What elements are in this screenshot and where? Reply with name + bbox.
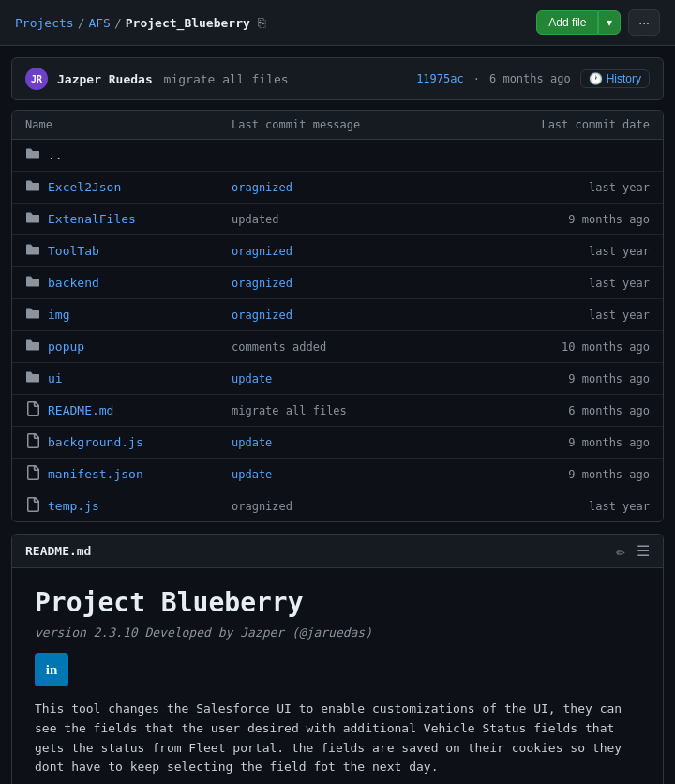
commit-hash[interactable]: 11975ac bbox=[416, 72, 464, 85]
file-name-text: ui bbox=[48, 371, 63, 385]
file-name-cell[interactable]: ui bbox=[25, 369, 232, 387]
readme-section: README.md ✏️ ☰ Project Blueberry version… bbox=[11, 534, 664, 784]
folder-icon bbox=[25, 146, 40, 164]
table-row: background.jsupdate9 months ago bbox=[12, 427, 663, 459]
table-row: imgoragnizedlast year bbox=[12, 299, 663, 331]
folder-icon bbox=[25, 338, 40, 355]
readme-version: version 2.3.10 Developed by Jazper (@jar… bbox=[35, 626, 640, 640]
top-bar: Projects / AFS / Project_Blueberry ⎘ Add… bbox=[0, 0, 675, 46]
table-row: README.mdmigrate all files6 months ago bbox=[12, 395, 663, 427]
folder-icon bbox=[25, 369, 40, 387]
file-name-cell[interactable]: backend bbox=[25, 274, 232, 292]
top-actions: Add file ▾ ··· bbox=[536, 9, 660, 36]
file-name-text: backend bbox=[48, 276, 99, 290]
folder-icon bbox=[25, 210, 40, 228]
commit-message-cell: oragnized bbox=[232, 245, 500, 258]
commit-right: 11975ac · 6 months ago 🕐 History bbox=[416, 69, 650, 88]
file-name-text: ToolTab bbox=[48, 244, 99, 258]
commit-info: Jazper Ruedas migrate all files bbox=[57, 72, 289, 86]
commit-date-cell: 10 months ago bbox=[500, 340, 650, 354]
commit-date-cell: last year bbox=[500, 277, 650, 290]
commit-date-cell: 9 months ago bbox=[500, 372, 650, 385]
file-name-cell[interactable]: manifest.json bbox=[25, 465, 232, 483]
commit-date-cell: last year bbox=[500, 245, 650, 258]
readme-description: This tool changes the Salesforce UI to e… bbox=[35, 700, 640, 777]
file-name-text: temp.js bbox=[48, 499, 99, 513]
commit-date-cell: last year bbox=[500, 181, 650, 194]
file-name-cell[interactable]: README.md bbox=[25, 401, 232, 419]
commit-message-link[interactable]: update bbox=[232, 468, 272, 481]
file-name-text: README.md bbox=[48, 403, 113, 417]
file-name-text: manifest.json bbox=[48, 467, 143, 481]
commit-message-link[interactable]: oragnized bbox=[232, 277, 292, 290]
commit-separator: · bbox=[473, 72, 480, 85]
breadcrumb: Projects / AFS / Project_Blueberry ⎘ bbox=[15, 15, 265, 30]
commit-date-cell: last year bbox=[500, 309, 650, 322]
table-row: backendoragnizedlast year bbox=[12, 267, 663, 299]
commit-message-cell: migrate all files bbox=[232, 404, 500, 417]
folder-icon bbox=[25, 242, 40, 260]
file-name-cell[interactable]: ExtenalFiles bbox=[25, 210, 232, 228]
commit-message: migrate all files bbox=[164, 72, 289, 86]
clock-icon: 🕐 bbox=[589, 72, 603, 85]
commit-message-cell: comments added bbox=[232, 340, 500, 354]
list-icon[interactable]: ☰ bbox=[637, 542, 650, 560]
file-name-text: background.js bbox=[48, 435, 143, 449]
commit-date: 6 months ago bbox=[489, 72, 571, 85]
file-name-cell[interactable]: img bbox=[25, 306, 232, 324]
file-name-cell[interactable]: background.js bbox=[25, 433, 232, 451]
file-table: Name Last commit message Last commit dat… bbox=[11, 110, 664, 522]
add-file-caret-button[interactable]: ▾ bbox=[598, 10, 621, 35]
commit-message-cell: oragnized bbox=[232, 277, 500, 290]
file-name-text: ExtenalFiles bbox=[48, 212, 136, 226]
commit-message-link[interactable]: oragnized bbox=[232, 309, 292, 322]
commit-date-cell: 6 months ago bbox=[500, 404, 650, 417]
commit-message-cell: update bbox=[232, 468, 500, 481]
commit-message-cell: update bbox=[232, 372, 500, 385]
readme-header: README.md ✏️ ☰ bbox=[12, 535, 663, 568]
file-table-header: Name Last commit message Last commit dat… bbox=[12, 111, 663, 140]
more-options-button[interactable]: ··· bbox=[628, 9, 660, 36]
file-name-text: img bbox=[48, 308, 69, 322]
file-name-text: popup bbox=[48, 339, 84, 354]
add-file-group: Add file ▾ bbox=[536, 10, 621, 35]
linkedin-badge[interactable]: in bbox=[35, 653, 68, 686]
folder-icon bbox=[25, 178, 40, 196]
history-button[interactable]: 🕐 History bbox=[580, 69, 650, 88]
table-row: popupcomments added10 months ago bbox=[12, 331, 663, 363]
commit-message-link[interactable]: oragnized bbox=[232, 181, 292, 194]
commit-message-link[interactable]: oragnized bbox=[232, 245, 292, 258]
file-name-cell[interactable]: temp.js bbox=[25, 497, 232, 515]
readme-project-title: Project Blueberry bbox=[35, 587, 640, 618]
table-row: ToolTaboragnizedlast year bbox=[12, 235, 663, 267]
commit-message-cell: oragnized bbox=[232, 500, 500, 513]
table-row: manifest.jsonupdate9 months ago bbox=[12, 459, 663, 490]
file-name-cell[interactable]: ToolTab bbox=[25, 242, 232, 260]
col-commit-message: Last commit message bbox=[232, 118, 500, 131]
edit-icon[interactable]: ✏️ bbox=[616, 542, 625, 560]
commit-message-link[interactable]: update bbox=[232, 436, 272, 449]
avatar: JR bbox=[25, 68, 48, 90]
file-name-cell[interactable]: popup bbox=[25, 338, 232, 355]
file-name-cell[interactable]: Excel2Json bbox=[25, 178, 232, 196]
commit-author[interactable]: Jazper Ruedas bbox=[57, 72, 153, 86]
commit-message-cell: update bbox=[232, 436, 500, 449]
breadcrumb-projects[interactable]: Projects bbox=[15, 16, 74, 30]
copy-icon[interactable]: ⎘ bbox=[258, 15, 265, 30]
commit-message-link[interactable]: update bbox=[232, 372, 272, 385]
file-icon bbox=[25, 433, 40, 451]
file-name-cell[interactable]: .. bbox=[25, 146, 232, 164]
file-name-text: .. bbox=[48, 148, 63, 162]
table-row: ExtenalFilesupdated9 months ago bbox=[12, 204, 663, 235]
file-name-text: Excel2Json bbox=[48, 180, 121, 194]
folder-icon bbox=[25, 274, 40, 292]
add-file-button[interactable]: Add file bbox=[536, 10, 598, 35]
readme-actions: ✏️ ☰ bbox=[616, 542, 650, 560]
table-row: temp.jsoragnizedlast year bbox=[12, 490, 663, 521]
readme-title: README.md bbox=[25, 544, 91, 558]
breadcrumb-afs[interactable]: AFS bbox=[88, 16, 110, 30]
file-icon bbox=[25, 401, 40, 419]
commit-date-cell: last year bbox=[500, 500, 650, 513]
col-commit-date: Last commit date bbox=[500, 118, 650, 131]
file-icon bbox=[25, 497, 40, 515]
